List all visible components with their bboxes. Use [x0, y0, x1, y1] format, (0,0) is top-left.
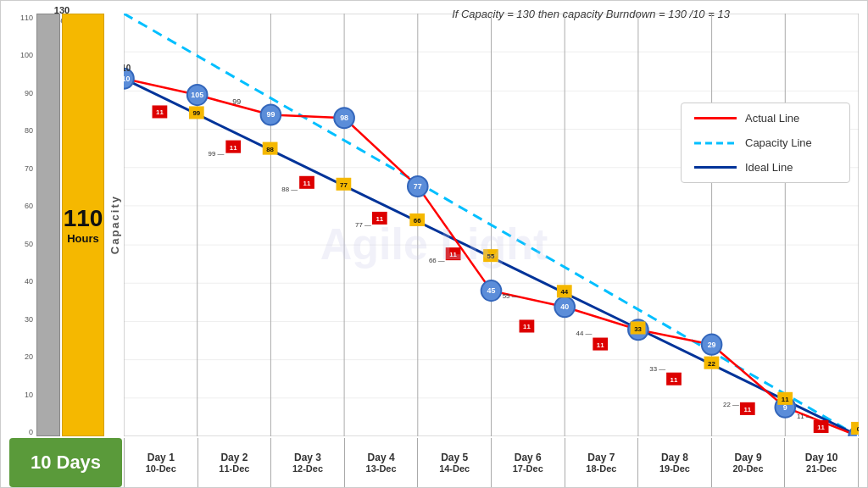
- capacity-line-sample: [694, 139, 737, 147]
- svg-text:44 —: 44 —: [576, 329, 593, 336]
- actual-line-sample: [694, 117, 737, 119]
- svg-text:55 —: 55 —: [503, 292, 519, 300]
- svg-text:33 —: 33 —: [649, 365, 665, 373]
- legend-ideal-label: Ideal Line: [745, 161, 793, 174]
- svg-text:99 —: 99 —: [209, 150, 225, 158]
- ideal-line-sample: [694, 166, 737, 169]
- svg-text:11: 11: [743, 406, 751, 413]
- svg-text:11: 11: [230, 144, 237, 152]
- yellow-bar: 110 Hours: [62, 14, 104, 436]
- svg-text:55: 55: [487, 252, 495, 260]
- day-cell-5: Day 5 14-Dec: [417, 438, 491, 487]
- svg-text:44: 44: [560, 288, 568, 296]
- chart-area: 110 105 99 98 77 45 40 33 29: [124, 14, 859, 436]
- day-cell-3: Day 3 12-Dec: [270, 438, 344, 487]
- svg-text:77: 77: [414, 182, 422, 191]
- svg-text:11: 11: [523, 323, 531, 330]
- svg-text:99: 99: [232, 97, 241, 106]
- svg-text:11: 11: [782, 396, 789, 403]
- svg-text:22 —: 22 —: [723, 401, 739, 408]
- svg-text:110: 110: [124, 75, 130, 83]
- day-cell-8: Day 8 19-Dec: [637, 438, 711, 487]
- svg-text:33: 33: [634, 324, 642, 332]
- capacity-unit: Hours: [64, 232, 103, 245]
- legend-actual: Actual Line: [694, 112, 837, 125]
- svg-text:11: 11: [597, 341, 604, 349]
- svg-text:0: 0: [857, 425, 859, 433]
- svg-text:11: 11: [670, 376, 678, 384]
- svg-text:11 —: 11 —: [797, 413, 813, 420]
- legend-capacity-label: Capacity Line: [745, 136, 812, 149]
- svg-text:11: 11: [156, 108, 164, 116]
- svg-text:45: 45: [487, 286, 496, 295]
- capacity-value: 110: [64, 205, 103, 232]
- svg-text:66: 66: [414, 217, 421, 225]
- svg-text:11: 11: [376, 215, 383, 223]
- svg-text:66 —: 66 —: [429, 257, 445, 264]
- svg-text:11: 11: [303, 180, 311, 187]
- day-cell-2: Day 2 11-Dec: [198, 438, 271, 487]
- gray-bar: [36, 14, 60, 436]
- svg-text:98: 98: [340, 114, 348, 122]
- day-cell-10: Day 10 21-Dec: [784, 438, 859, 487]
- svg-text:99: 99: [266, 110, 275, 119]
- day-cell-6: Day 6 17-Dec: [491, 438, 565, 487]
- svg-text:77: 77: [340, 181, 348, 189]
- chart-svg: 110 105 99 98 77 45 40 33 29: [124, 14, 859, 436]
- svg-text:88: 88: [266, 146, 274, 153]
- day-cell-1: Day 1 10-Dec: [124, 438, 198, 487]
- ten-days-box: 10 Days: [9, 438, 122, 487]
- day-cell-7: Day 7 18-Dec: [565, 438, 638, 487]
- y-axis: 110 100 90 80 70 60 50 40 30 20 10 0: [9, 14, 35, 436]
- svg-text:40: 40: [560, 302, 569, 311]
- svg-text:99: 99: [192, 109, 200, 117]
- svg-text:22: 22: [708, 360, 715, 368]
- svg-text:11: 11: [449, 251, 457, 258]
- capacity-vert-label: Capacity: [107, 14, 122, 436]
- svg-text:11: 11: [817, 424, 825, 431]
- legend: Actual Line Capacity Line Ideal Line: [681, 103, 850, 183]
- svg-text:110: 110: [124, 64, 131, 73]
- day-cell-4: Day 4 13-Dec: [344, 438, 418, 487]
- legend-actual-label: Actual Line: [745, 112, 799, 125]
- svg-text:77 —: 77 —: [355, 221, 371, 229]
- legend-ideal: Ideal Line: [694, 161, 837, 174]
- day-labels: Day 1 10-Dec Day 2 11-Dec Day 3 12-Dec D…: [124, 438, 859, 487]
- svg-text:88 —: 88 —: [281, 186, 298, 193]
- svg-text:29: 29: [708, 341, 716, 349]
- legend-capacity: Capacity Line: [694, 136, 837, 149]
- day-cell-9: Day 9 20-Dec: [711, 438, 785, 487]
- svg-text:105: 105: [191, 91, 203, 99]
- main-container: If Capacity = 130 then capacity Burndown…: [0, 0, 868, 488]
